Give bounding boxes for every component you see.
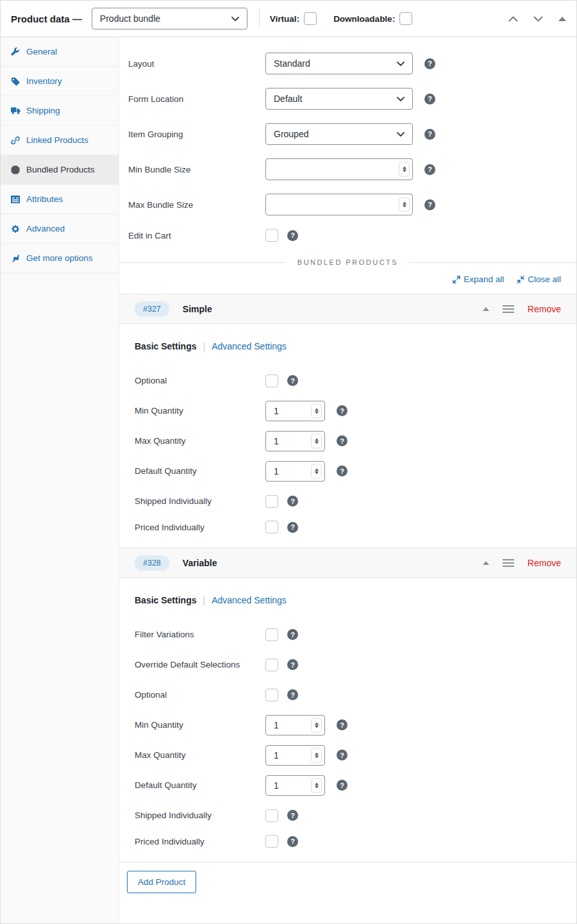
help-icon[interactable]: ? xyxy=(287,522,298,533)
layout-select-value: Standard xyxy=(274,58,310,69)
tab-basic-settings[interactable]: Basic Settings xyxy=(135,341,196,351)
sidebar-item-label: Linked Products xyxy=(26,135,88,145)
override-default-selections-label: Override Default Selections xyxy=(135,660,265,669)
min-bundle-size-label: Min Bundle Size xyxy=(128,165,265,174)
max-bundle-size-input xyxy=(265,194,413,215)
stepper-icon[interactable] xyxy=(311,718,322,732)
drag-handle-icon[interactable] xyxy=(503,305,514,313)
collapse-toggle-icon[interactable] xyxy=(483,561,489,565)
sidebar-item-linked-products[interactable]: Linked Products xyxy=(1,126,119,155)
max-quantity-input xyxy=(265,431,325,451)
default-quantity-label: Default Quantity xyxy=(135,780,265,790)
filter-variations-checkbox[interactable] xyxy=(265,628,278,641)
bundled-item-header[interactable]: #327 Simple Remove xyxy=(119,294,576,324)
shipped-individually-row: Shipped Individually ? xyxy=(135,491,576,512)
help-icon[interactable]: ? xyxy=(287,496,298,507)
bundled-item-header[interactable]: #328 Variable Remove xyxy=(119,548,576,578)
default-quantity-label: Default Quantity xyxy=(135,466,265,476)
bundle-settings-form: Layout Standard ? Form Location Default … xyxy=(119,37,576,242)
sidebar-item-label: Get more options xyxy=(26,253,93,263)
sidebar-filler xyxy=(1,273,119,923)
product-type-select[interactable]: Product bundle xyxy=(92,8,247,29)
sidebar-item-label: Advanced xyxy=(26,224,65,233)
drag-handle-icon[interactable] xyxy=(503,559,514,567)
layout-select[interactable]: Standard xyxy=(265,53,413,74)
stepper-icon[interactable] xyxy=(311,433,322,448)
help-icon[interactable]: ? xyxy=(424,129,435,140)
stepper-icon[interactable] xyxy=(399,197,410,212)
help-icon[interactable]: ? xyxy=(337,780,347,791)
close-all-link[interactable]: Close all xyxy=(517,274,561,284)
form-location-label: Form Location xyxy=(128,94,265,104)
form-location-select[interactable]: Default xyxy=(265,88,413,110)
help-icon[interactable]: ? xyxy=(424,164,435,175)
remove-link[interactable]: Remove xyxy=(528,304,561,314)
help-icon[interactable]: ? xyxy=(287,810,298,821)
move-down-icon[interactable] xyxy=(533,16,543,22)
edit-in-cart-checkbox[interactable] xyxy=(265,229,278,242)
stepper-icon[interactable] xyxy=(311,403,322,418)
help-icon[interactable]: ? xyxy=(337,719,347,730)
help-icon[interactable]: ? xyxy=(337,750,347,760)
help-icon[interactable]: ? xyxy=(424,94,435,105)
min-quantity-label: Min Quantity xyxy=(135,406,265,416)
min-bundle-size-row: Min Bundle Size ? xyxy=(128,158,576,180)
shipped-individually-checkbox[interactable] xyxy=(265,495,278,508)
item-grouping-select[interactable]: Grouped xyxy=(265,123,413,145)
sidebar-item-get-more-options[interactable]: Get more options xyxy=(1,244,119,273)
wrench-icon xyxy=(10,47,21,56)
help-icon[interactable]: ? xyxy=(424,199,435,210)
help-icon[interactable]: ? xyxy=(337,466,347,476)
toggle-panel-icon[interactable] xyxy=(558,17,566,21)
sidebar-item-general[interactable]: General xyxy=(1,37,119,67)
optional-checkbox[interactable] xyxy=(265,374,278,387)
tag-icon xyxy=(10,77,21,86)
form-location-row: Form Location Default ? xyxy=(128,88,576,110)
override-default-selections-checkbox[interactable] xyxy=(265,659,278,671)
bundled-item-title: Variable xyxy=(183,558,217,568)
tab-basic-settings[interactable]: Basic Settings xyxy=(135,595,196,605)
max-bundle-size-field[interactable] xyxy=(265,194,413,215)
default-quantity-input xyxy=(265,461,325,482)
help-icon[interactable]: ? xyxy=(287,230,298,241)
help-icon[interactable]: ? xyxy=(287,629,298,640)
move-up-icon[interactable] xyxy=(508,16,518,22)
sidebar-item-inventory[interactable]: Inventory xyxy=(1,67,119,96)
min-bundle-size-field[interactable] xyxy=(265,158,413,180)
priced-individually-checkbox[interactable] xyxy=(265,521,278,533)
help-icon[interactable]: ? xyxy=(287,689,298,700)
virtual-checkbox[interactable] xyxy=(304,12,317,25)
expand-all-link[interactable]: Expand all xyxy=(453,274,504,284)
stepper-icon[interactable] xyxy=(311,748,322,762)
sidebar-item-advanced[interactable]: Advanced xyxy=(1,214,119,244)
stepper-icon[interactable] xyxy=(311,464,322,478)
section-title: BUNDLED PRODUCTS xyxy=(286,258,410,266)
help-icon[interactable]: ? xyxy=(337,405,347,416)
priced-individually-row: Priced Individually ? xyxy=(135,521,576,533)
priced-individually-checkbox[interactable] xyxy=(265,835,278,848)
max-quantity-row: Max Quantity ? xyxy=(135,430,576,451)
layout-label: Layout xyxy=(128,59,265,69)
sidebar-item-attributes[interactable]: Attributes xyxy=(1,185,119,214)
add-product-button[interactable]: Add Product xyxy=(127,871,196,893)
help-icon[interactable]: ? xyxy=(287,836,298,847)
shipped-individually-label: Shipped Individually xyxy=(135,811,265,820)
stepper-icon[interactable] xyxy=(399,162,410,177)
shipped-individually-checkbox[interactable] xyxy=(265,809,278,822)
tab-advanced-settings[interactable]: Advanced Settings xyxy=(212,595,287,605)
collapse-toggle-icon[interactable] xyxy=(483,307,489,311)
remove-link[interactable]: Remove xyxy=(528,558,561,568)
help-icon[interactable]: ? xyxy=(287,659,298,670)
tab-advanced-settings[interactable]: Advanced Settings xyxy=(212,341,287,351)
downloadable-checkbox[interactable] xyxy=(399,12,412,25)
stepper-icon[interactable] xyxy=(311,778,322,793)
sidebar-item-shipping[interactable]: Shipping xyxy=(1,96,119,126)
optional-row: Optional ? xyxy=(135,370,576,391)
shipped-individually-label: Shipped Individually xyxy=(135,496,265,506)
attributes-icon xyxy=(10,196,21,203)
help-icon[interactable]: ? xyxy=(424,58,435,69)
help-icon[interactable]: ? xyxy=(287,375,298,386)
optional-checkbox[interactable] xyxy=(265,689,278,701)
sidebar-item-bundled-products[interactable]: Bundled Products xyxy=(1,155,119,185)
help-icon[interactable]: ? xyxy=(337,435,347,446)
